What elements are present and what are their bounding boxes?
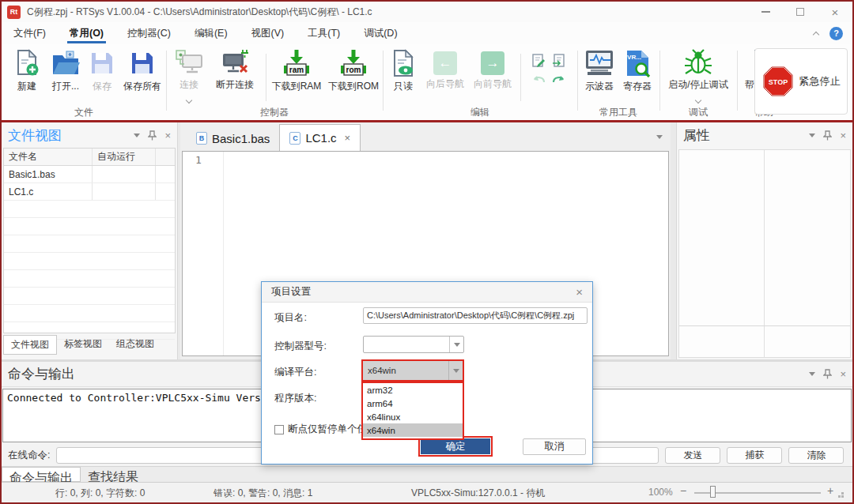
editor-tab-bar: B Basic1.bas C LC1.c × xyxy=(180,124,671,151)
minimize-icon xyxy=(761,11,770,13)
minimize-button[interactable] xyxy=(748,2,783,21)
zoom-out-button[interactable]: − xyxy=(680,484,686,497)
tab-command-output[interactable]: 命令与输出 xyxy=(2,467,81,482)
clear-button[interactable]: 清除 xyxy=(788,447,844,464)
oscilloscope-icon xyxy=(584,49,614,77)
menu-edit[interactable]: 编辑(E) xyxy=(183,22,240,44)
editor-gutter: 1 xyxy=(183,152,224,355)
panel-close-icon[interactable]: × xyxy=(840,130,846,141)
menu-controller[interactable]: 控制器(C) xyxy=(115,22,183,44)
navigate-forward-button[interactable]: → 向前导航 xyxy=(470,49,516,91)
save-all-button[interactable]: 保存所有 xyxy=(119,49,166,93)
oscilloscope-button[interactable]: 示波器 xyxy=(582,49,617,93)
download-rom-icon: rom xyxy=(338,49,369,77)
tab-close-icon[interactable]: × xyxy=(345,132,351,144)
download-rom-button[interactable]: rom 下载到ROM xyxy=(327,49,380,93)
panel-menu-icon[interactable] xyxy=(134,134,140,137)
menu-debug[interactable]: 调试(D) xyxy=(352,22,409,44)
menu-tools[interactable]: 工具(T) xyxy=(296,22,352,44)
tab-file-view[interactable]: 文件视图 xyxy=(3,335,57,355)
navigate-back-button[interactable]: ← 向后导航 xyxy=(422,49,468,91)
panel-menu-icon[interactable] xyxy=(809,372,815,376)
ribbon-group-edit: 编辑 xyxy=(383,106,577,118)
capture-button[interactable]: 捕获 xyxy=(727,447,782,464)
connect-button[interactable]: 连接 xyxy=(171,49,207,106)
status-bar: 行: 0, 列: 0, 字符数: 0 错误: 0, 警告: 0, 消息: 1 V… xyxy=(2,482,852,502)
dialog-title-bar: 项目设置 × xyxy=(262,282,592,303)
tab-lc1[interactable]: C LC1.c × xyxy=(279,124,361,151)
send-button[interactable]: 发送 xyxy=(665,447,720,464)
active-menu-underline xyxy=(67,41,106,43)
pin-icon[interactable] xyxy=(823,369,832,379)
breakpoint-checkbox[interactable] xyxy=(274,425,284,434)
option-arm32[interactable]: arm32 xyxy=(363,383,463,397)
start-stop-debug-button[interactable]: 启动/停止调试 xyxy=(663,49,734,106)
disconnect-button[interactable]: 断开连接 xyxy=(209,49,261,92)
debug-dropdown-icon[interactable] xyxy=(695,97,701,103)
collapse-ribbon-icon[interactable] xyxy=(813,31,819,37)
tab-label-view[interactable]: 标签视图 xyxy=(57,335,109,355)
register-icon: VR... xyxy=(624,49,651,77)
rtsys-window: Rt C例程.zpj - RTSys V1.00.04 - C:\Users\A… xyxy=(0,0,854,504)
zoom-slider-thumb[interactable] xyxy=(710,486,716,498)
properties-panel: 属性 × xyxy=(676,122,852,359)
menu-home[interactable]: 常用(O) xyxy=(58,22,115,44)
chevron-down-icon xyxy=(454,343,460,347)
controller-model-label: 控制器型号: xyxy=(274,340,327,353)
chevron-down-icon xyxy=(453,369,459,373)
navigate-back-icon: ← xyxy=(433,51,457,75)
zoom-in-button[interactable]: + xyxy=(827,484,833,497)
pin-icon[interactable] xyxy=(823,130,832,141)
dialog-close-icon[interactable]: × xyxy=(576,286,583,298)
panel-close-icon[interactable]: × xyxy=(840,369,846,379)
compile-platform-select[interactable]: x64win xyxy=(361,359,464,382)
panel-close-icon[interactable]: × xyxy=(164,130,171,141)
output-title: 命令与输出 xyxy=(8,365,75,383)
tab-find-results[interactable]: 查找结果 xyxy=(81,467,145,482)
file-row-basic1[interactable]: Basic1.bas xyxy=(4,166,175,183)
maximize-button[interactable] xyxy=(783,2,818,21)
resize-grip[interactable] xyxy=(841,492,844,495)
new-button[interactable]: 新建 xyxy=(9,49,44,93)
save-button[interactable]: 保存 xyxy=(87,49,117,93)
tab-basic1[interactable]: B Basic1.bas xyxy=(187,126,279,151)
cancel-button[interactable]: 取消 xyxy=(523,438,586,455)
file-row-lc1[interactable]: LC1.c xyxy=(4,183,175,201)
panel-menu-icon[interactable] xyxy=(809,134,815,137)
download-ram-button[interactable]: ram 下载到RAM xyxy=(270,49,323,93)
readonly-button[interactable]: 只读 xyxy=(387,49,419,93)
output-tabs: 命令与输出 查找结果 xyxy=(2,466,852,482)
menu-file[interactable]: 文件(F) xyxy=(2,22,58,44)
menu-view[interactable]: 视图(V) xyxy=(240,22,297,44)
debug-bug-icon xyxy=(684,49,712,76)
option-x64linux[interactable]: x64linux xyxy=(363,410,463,423)
pin-icon[interactable] xyxy=(148,130,157,141)
help-icon[interactable]: ? xyxy=(829,27,843,40)
controller-model-select[interactable] xyxy=(363,336,464,353)
close-button[interactable]: × xyxy=(818,2,852,21)
tab-list-dropdown-icon[interactable] xyxy=(656,135,663,139)
vr-text: VR... xyxy=(627,54,641,61)
option-arm64[interactable]: arm64 xyxy=(363,397,463,410)
project-name-input[interactable] xyxy=(363,307,588,324)
connect-icon xyxy=(175,49,203,76)
ribbon-group-controller: 控制器 xyxy=(166,106,383,118)
dialog-title: 项目设置 xyxy=(271,285,311,299)
project-name-label: 项目名: xyxy=(274,311,307,325)
emergency-stop-button[interactable]: STOP 紧急停止 xyxy=(754,48,848,115)
open-button[interactable]: 打开... xyxy=(47,49,84,93)
undo-icon[interactable] xyxy=(531,74,546,84)
save-all-icon xyxy=(130,49,155,77)
edit-code-icon[interactable] xyxy=(531,54,546,68)
ok-button[interactable]: 确定 xyxy=(421,438,490,454)
option-x64win[interactable]: x64win xyxy=(363,423,463,437)
tab-config-view[interactable]: 组态视图 xyxy=(109,335,161,355)
file-table-header: 文件名 自动运行 xyxy=(4,149,175,166)
goto-line-icon[interactable] xyxy=(552,54,566,68)
connect-dropdown-icon[interactable] xyxy=(186,97,192,103)
save-icon xyxy=(89,49,115,77)
register-button[interactable]: VR... 寄存器 xyxy=(620,49,655,93)
redo-icon[interactable] xyxy=(552,74,566,84)
cursor-position: 行: 0, 列: 0, 字符数: 0 xyxy=(55,487,145,500)
menu-bar: 文件(F) 常用(O) 控制器(C) 编辑(E) 视图(V) 工具(T) 调试(… xyxy=(2,22,852,44)
